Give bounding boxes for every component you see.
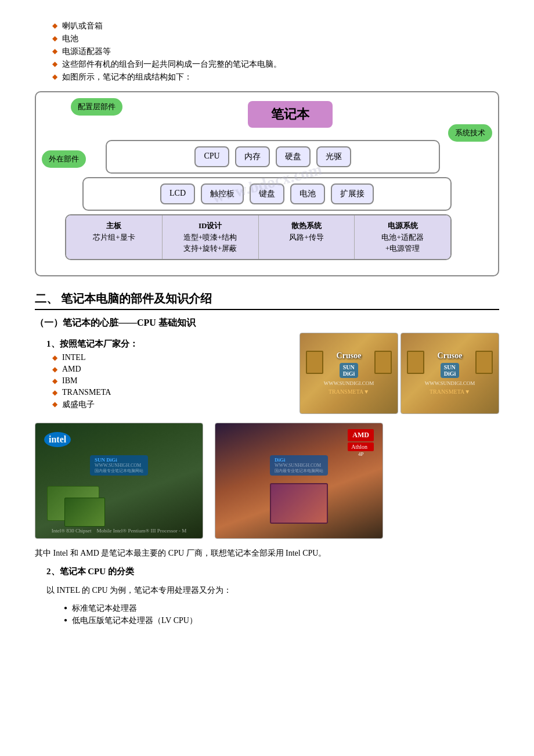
- chip-shape: [407, 351, 424, 374]
- cpu-classification-intro: 以 INTEL 的 CPU 为例，笔记本专用处理器又分为：: [46, 583, 499, 597]
- list-item: 电源适配器等: [52, 46, 499, 57]
- list-item-transmeta: TRANSMETA: [52, 388, 288, 397]
- list-item: 喇叭或音箱: [52, 21, 499, 31]
- list-item-standard: 标准笔记本处理器: [64, 603, 499, 614]
- top-bullet-list: 喇叭或音箱 电池 电源适配器等 这些部件有机的组合到一起共同构成一台完整的笔记本…: [52, 21, 499, 82]
- diagram-container: 配置层部件 系统技术 外在部件 笔记本 CPU 内存 硬盘 光驱 LCD 触控板…: [35, 91, 499, 276]
- diagram-row2: LCD 触控板 键盘 电池 扩展接: [82, 177, 452, 211]
- label-xitong: 系统技术: [448, 124, 492, 142]
- box-kuozhanjie: 扩展接: [331, 183, 374, 204]
- manufacturer-list: INTEL AMD IBM TRANSMETA 威盛电子: [52, 353, 288, 410]
- amd-chip: [270, 483, 328, 524]
- crusoe-images: Crusoe SUNDiGi WWW.SUNDIGI.COM TRANSMETA…: [300, 333, 499, 414]
- box-lcd: LCD: [160, 183, 195, 204]
- amd-logo: AMD Athlon 4P: [348, 429, 374, 457]
- cpu-para: 其中 Intel 和 AMD 是笔记本最主要的 CPU 厂商，联想笔记本全部采用…: [35, 546, 499, 560]
- list-item-weisheng: 威盛电子: [52, 399, 288, 410]
- section2-heading: 二、 笔记本电脑的部件及知识介绍: [35, 291, 499, 310]
- diagram-row1: CPU 内存 硬盘 光驱: [106, 140, 440, 174]
- label-peizhiceng: 配置层部件: [71, 98, 122, 116]
- box-neicun: 内存: [235, 146, 270, 167]
- section2: 二、 笔记本电脑的部件及知识介绍 （一）笔记本的心脏——CPU 基础知识 1、按…: [35, 291, 499, 626]
- list-item-intel: INTEL: [52, 353, 288, 362]
- box-cpu: CPU: [194, 146, 229, 167]
- list-item: 如图所示，笔记本的组成结构如下：: [52, 72, 499, 82]
- chip-shape: [475, 351, 493, 374]
- cpu-large-images: intel SUN DiGi WWW.SUNHIGH.COM 国内最专业笔记本电…: [35, 423, 499, 539]
- box-jianpan: 键盘: [250, 183, 284, 204]
- list-item: 电池: [52, 34, 499, 44]
- box-yingpan: 硬盘: [276, 146, 311, 167]
- crusoe-image-1: Crusoe SUNDiGi WWW.SUNDIGI.COM TRANSMETA…: [300, 333, 398, 414]
- intel-logo: intel: [44, 432, 71, 447]
- cpu-left: 1、按照笔记本厂家分： INTEL AMD IBM TRANSMETA 威盛电子: [35, 333, 288, 416]
- crusoe-image-2: Crusoe SUNDiGi WWW.SUNDIGI.COM TRANSMETA…: [400, 333, 499, 414]
- chip-shape: [374, 351, 392, 374]
- cpu-info-row: 1、按照笔记本厂家分： INTEL AMD IBM TRANSMETA 威盛电子…: [35, 333, 499, 416]
- cpu-types-list: 标准笔记本处理器 低电压版笔记本处理器（LV CPU）: [64, 603, 499, 626]
- sub1-heading: （一）笔记本的心脏——CPU 基础知识: [35, 317, 499, 329]
- intel-watermark: SUN DiGi WWW.SUNHIGH.COM 国内最专业笔记本电脑网站: [90, 455, 148, 476]
- diagram-wrapper: 配置层部件 系统技术 外在部件 笔记本 CPU 内存 硬盘 光驱 LCD 触控板…: [35, 91, 499, 276]
- box-touchpad: 触控板: [201, 183, 244, 204]
- label-waizai: 外在部件: [42, 150, 86, 168]
- diagram-bottom: 主板 芯片组+显卡 ID设计 造型+喷漆+结构 支持+旋转+屏蔽 散热系统 风路…: [65, 214, 452, 260]
- list-item-ibm: IBM: [52, 376, 288, 386]
- sub2-heading: 2、笔记本 CPU 的分类: [46, 566, 499, 577]
- sub1-sub1-heading: 1、按照笔记本厂家分：: [46, 339, 288, 350]
- intel-cpu-image: intel SUN DiGi WWW.SUNHIGH.COM 国内最专业笔记本电…: [35, 423, 203, 539]
- bottom-cell-id: ID设计 造型+喷漆+结构 支持+旋转+屏蔽: [163, 215, 259, 259]
- list-item-lv: 低电压版笔记本处理器（LV CPU）: [64, 615, 499, 626]
- list-item: 这些部件有机的组合到一起共同构成一台完整的笔记本电脑。: [52, 59, 499, 70]
- box-dianci: 电池: [290, 183, 325, 204]
- chip-shape: [306, 351, 323, 374]
- bottom-cell-power: 电源系统 电池+适配器 +电源管理: [355, 215, 450, 259]
- box-guangqu: 光驱: [316, 146, 351, 167]
- bottom-cell-cooling: 散热系统 风路+传导: [259, 215, 355, 259]
- diagram-title: 笔记本: [248, 101, 333, 128]
- green-chip-2: [64, 498, 105, 527]
- bottom-cell-mainboard: 主板 芯片组+显卡: [66, 215, 163, 259]
- list-item-amd: AMD: [52, 365, 288, 374]
- amd-cpu-image: AMD Athlon 4P DiGi WWW.SUNHIGH.COM 国内最专业…: [215, 423, 383, 539]
- amd-watermark: DiGi WWW.SUNHIGH.COM 国内最专业笔记本电脑网站: [270, 455, 328, 476]
